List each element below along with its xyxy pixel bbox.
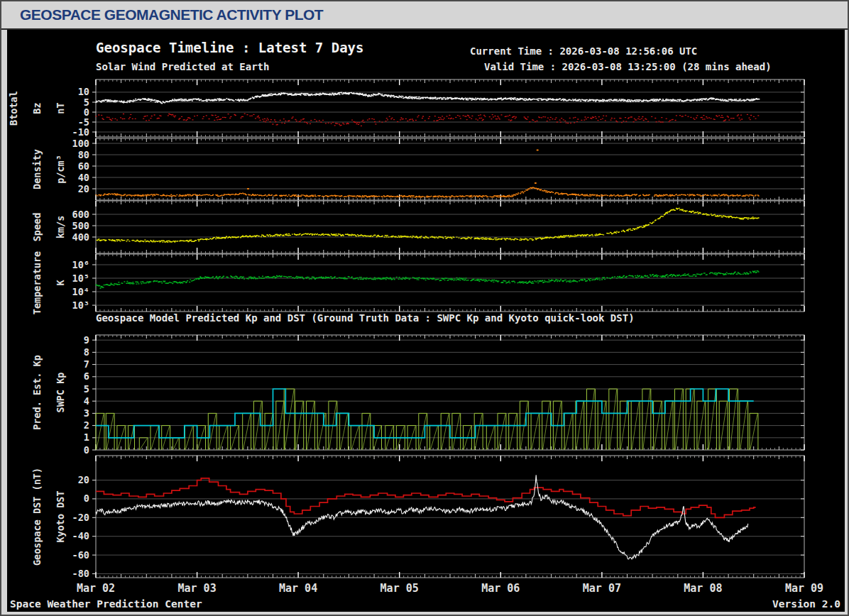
svg-text:6: 6 [84, 370, 89, 382]
svg-text:Temperature: Temperature [31, 251, 43, 314]
svg-text:Mar 03: Mar 03 [178, 582, 217, 595]
svg-text:SWPC Kp: SWPC Kp [55, 373, 66, 413]
svg-text:Pred. Est. Kp: Pred. Est. Kp [31, 355, 43, 430]
svg-text:20: 20 [78, 474, 89, 485]
svg-text:40: 40 [78, 172, 89, 183]
title-bar: GEOSPACE GEOMAGNETIC ACTIVITY PLOT [1, 1, 848, 30]
svg-text:10⁶: 10⁶ [72, 259, 89, 270]
svg-text:Bz: Bz [31, 102, 43, 114]
svg-text:-20: -20 [72, 512, 89, 523]
svg-text:9: 9 [84, 334, 89, 346]
chart-title: Geospace Timeline : Latest 7 Days [96, 40, 364, 55]
svg-text:-80: -80 [72, 568, 89, 579]
svg-text:p/cm³: p/cm³ [55, 155, 66, 184]
svg-text:Kyoto DST: Kyoto DST [55, 490, 66, 542]
svg-text:Geospace DST (nT): Geospace DST (nT) [31, 468, 43, 566]
svg-text:5: 5 [84, 383, 89, 395]
svg-text:400: 400 [72, 231, 89, 243]
svg-text:0: 0 [84, 493, 89, 504]
svg-text:500: 500 [72, 220, 89, 231]
svg-text:10⁵: 10⁵ [72, 273, 89, 284]
svg-text:nT: nT [55, 102, 66, 114]
footer-version-label: Version 2.0 [772, 598, 840, 610]
page-title: GEOSPACE GEOMAGNETIC ACTIVITY PLOT [20, 6, 323, 23]
kp-dst-section-title: Geospace Model Predicted Kp and DST (Gro… [96, 312, 635, 324]
svg-text:1: 1 [84, 431, 89, 443]
svg-text:10³: 10³ [72, 299, 89, 311]
current-time-label: Current Time : 2026-03-08 12:56:06 UTC [470, 45, 697, 57]
page-frame: GEOSPACE GEOMAGNETIC ACTIVITY PLOT 1050-… [0, 0, 849, 616]
svg-text:Mar 06: Mar 06 [481, 582, 520, 595]
svg-text:60: 60 [78, 160, 89, 172]
svg-text:600: 600 [72, 209, 89, 220]
svg-text:Density: Density [31, 149, 43, 189]
svg-text:K: K [55, 280, 66, 286]
svg-text:2: 2 [84, 419, 89, 431]
svg-text:8: 8 [84, 346, 89, 358]
svg-text:100: 100 [72, 138, 89, 149]
footer-org-label: Space Weather Prediction Center [10, 598, 202, 610]
svg-text:Speed: Speed [31, 213, 43, 242]
svg-text:Mar 04: Mar 04 [279, 582, 317, 595]
svg-text:0: 0 [84, 444, 89, 456]
svg-text:Mar 08: Mar 08 [684, 582, 722, 595]
svg-text:Mar 05: Mar 05 [380, 582, 419, 595]
svg-text:Mar 09: Mar 09 [785, 582, 823, 595]
svg-text:10⁴: 10⁴ [72, 286, 89, 297]
plot-area: 1050-5-10BtotalBznT10080604020Densityp/c… [7, 30, 845, 612]
svg-text:3: 3 [84, 407, 89, 419]
svg-text:20: 20 [78, 183, 89, 194]
svg-text:7: 7 [84, 358, 89, 370]
svg-text:-60: -60 [72, 549, 89, 561]
valid-time-label: Valid Time : 2026-03-08 13:25:00 (28 min… [484, 61, 772, 72]
chart-subtitle: Solar Wind Predicted at Earth [96, 61, 269, 72]
svg-text:Btotal: Btotal [8, 91, 19, 126]
svg-text:4: 4 [84, 395, 89, 407]
svg-text:-40: -40 [72, 530, 89, 541]
svg-text:Mar 02: Mar 02 [77, 582, 115, 595]
svg-text:-10: -10 [72, 126, 89, 138]
svg-text:Mar 07: Mar 07 [583, 582, 621, 595]
svg-text:km/s: km/s [55, 216, 66, 239]
svg-text:80: 80 [78, 149, 89, 160]
